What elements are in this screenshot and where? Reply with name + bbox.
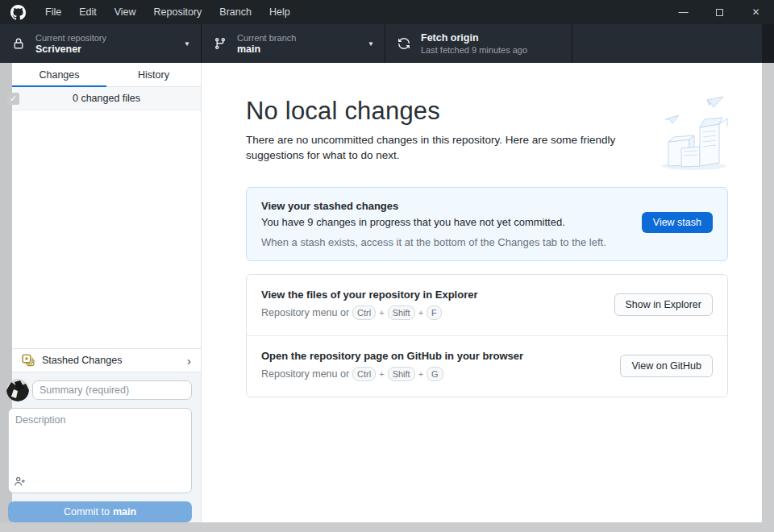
page-title: No local changes — [246, 97, 728, 126]
chevron-down-icon: ▼ — [184, 40, 190, 48]
key-separator: + — [418, 369, 423, 379]
current-branch-dropdown[interactable]: Current branch main ▼ — [202, 24, 385, 63]
suggestion-row-explorer: View the files of your repository in Exp… — [247, 275, 727, 335]
fetch-origin-button[interactable]: Fetch origin Last fetched 9 minutes ago — [385, 24, 572, 63]
current-repository-dropdown[interactable]: Current repository Scrivener ▼ — [0, 24, 202, 63]
tab-changes[interactable]: Changes — [12, 63, 106, 86]
toolbar: Current repository Scrivener ▼ Current b… — [0, 24, 774, 63]
stashed-changes-label: Stashed Changes — [42, 355, 187, 366]
fetch-title: Fetch origin — [421, 32, 527, 44]
description-input[interactable] — [8, 408, 192, 493]
key-separator: + — [379, 308, 384, 318]
stash-stack-icon — [22, 354, 35, 367]
branch-name: main — [237, 44, 296, 56]
lock-icon — [12, 37, 25, 50]
add-coauthor-icon[interactable] — [14, 476, 26, 488]
key-separator: + — [418, 308, 423, 318]
kbd-ctrl: Ctrl — [352, 367, 376, 381]
minimize-button[interactable]: — — [665, 0, 701, 24]
view-on-github-button[interactable]: View on GitHub — [620, 355, 713, 377]
sidebar-tabs: Changes History — [12, 63, 201, 87]
description-wrap — [8, 408, 192, 493]
stash-card-line2: When a stash exists, access it at the bo… — [261, 236, 713, 248]
chevron-down-icon: ▼ — [368, 40, 374, 48]
main-content: No local changes There are no uncommitte… — [202, 63, 762, 522]
changed-files-count: 0 changed files — [73, 93, 140, 104]
sidebar: Changes History ✓ 0 changed files Stashe… — [12, 63, 202, 522]
commit-button-prefix: Commit to — [64, 506, 110, 517]
empty-state-illustration — [657, 95, 731, 172]
menu-view[interactable]: View — [106, 0, 145, 24]
fetch-subtitle: Last fetched 9 minutes ago — [421, 44, 527, 56]
stash-suggestion-card: View your stashed changes You have 9 cha… — [246, 187, 728, 261]
menu-help[interactable]: Help — [260, 0, 299, 24]
key-separator: + — [379, 369, 384, 379]
kbd-f: F — [427, 305, 442, 320]
hint-prefix: Repository menu or — [261, 368, 349, 380]
show-in-explorer-button[interactable]: Show in Explorer — [614, 293, 714, 316]
branch-label: Current branch — [237, 32, 296, 44]
git-branch-icon — [214, 37, 227, 50]
changes-list-empty — [12, 110, 201, 348]
titlebar: File Edit View Repository Branch Help — … — [0, 0, 774, 24]
avatar — [6, 379, 29, 401]
kbd-g: G — [427, 367, 443, 381]
select-all-checkbox[interactable]: ✓ — [7, 93, 19, 105]
kbd-shift: Shift — [388, 367, 415, 381]
view-stash-button[interactable]: View stash — [642, 212, 713, 233]
commit-form: Commit to main — [12, 372, 201, 522]
repo-name: Scrivener — [35, 44, 106, 56]
close-button[interactable]: ✕ — [738, 0, 774, 24]
tab-history[interactable]: History — [106, 63, 201, 86]
chevron-right-icon: › — [187, 354, 191, 368]
changed-files-row: ✓ 0 changed files — [12, 87, 201, 110]
github-logo-icon — [10, 5, 26, 20]
stash-card-title: View your stashed changes — [261, 200, 713, 212]
kbd-shift: Shift — [388, 305, 415, 320]
menu-repository[interactable]: Repository — [145, 0, 211, 24]
kbd-ctrl: Ctrl — [352, 305, 376, 320]
suggestions-card: View the files of your repository in Exp… — [246, 274, 728, 397]
suggestion-row-github: Open the repository page on GitHub in yo… — [247, 335, 727, 397]
menu-file[interactable]: File — [36, 0, 70, 24]
menu-edit[interactable]: Edit — [70, 0, 106, 24]
toolbar-empty-area — [572, 24, 762, 63]
menu-branch[interactable]: Branch — [210, 0, 260, 24]
maximize-icon — [716, 9, 723, 16]
commit-button[interactable]: Commit to main — [8, 501, 192, 522]
commit-button-branch: main — [113, 506, 136, 517]
maximize-button[interactable] — [701, 0, 738, 24]
stashed-changes-row[interactable]: Stashed Changes › — [12, 348, 201, 372]
page-subtitle: There are no uncommitted changes in this… — [246, 133, 659, 164]
sync-icon — [397, 37, 410, 50]
repo-label: Current repository — [35, 32, 106, 44]
hint-prefix: Repository menu or — [261, 307, 349, 318]
menubar: File Edit View Repository Branch Help — [36, 0, 299, 24]
window-controls: — ✕ — [665, 0, 774, 24]
summary-input[interactable] — [32, 380, 192, 400]
